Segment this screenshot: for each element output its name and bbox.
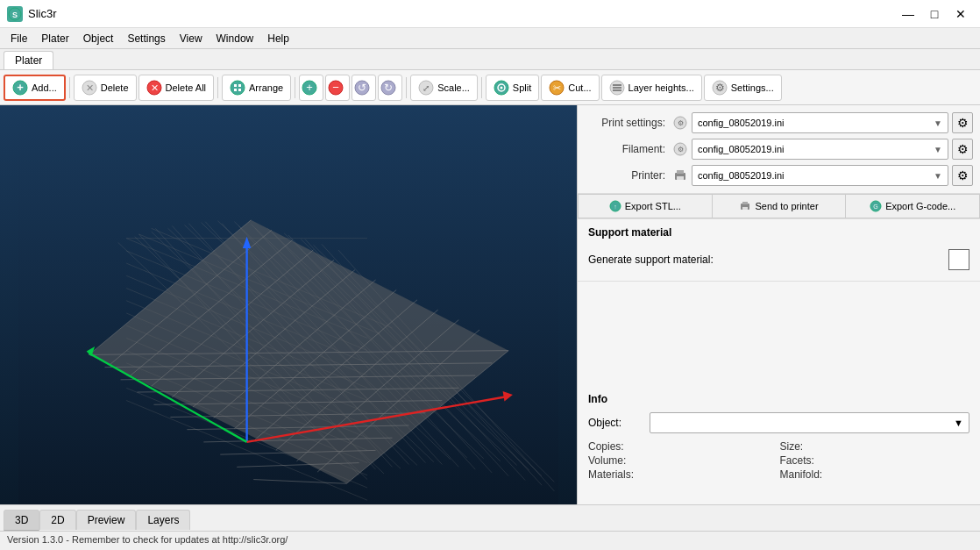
tab-plater[interactable]: Plater bbox=[4, 51, 53, 69]
tab-layers[interactable]: Layers bbox=[136, 510, 190, 530]
cut-button[interactable]: ✂ Cut... bbox=[541, 75, 599, 101]
print-settings-row: Print settings: ⚙ config_08052019.ini ▼ … bbox=[585, 112, 973, 133]
volume-label: Volume: bbox=[588, 454, 626, 467]
export-gcode-button[interactable]: G Export G-code... bbox=[845, 194, 980, 218]
filament-dropdown[interactable]: config_08052019.ini ▼ bbox=[692, 139, 948, 160]
settings-section: Print settings: ⚙ config_08052019.ini ▼ … bbox=[578, 105, 980, 194]
svg-rect-9 bbox=[234, 84, 237, 87]
print-settings-icon: ⚙ bbox=[672, 115, 688, 131]
menu-settings[interactable]: Settings bbox=[120, 31, 172, 46]
print-settings-dropdown[interactable]: config_08052019.ini ▼ bbox=[692, 112, 948, 133]
menu-help[interactable]: Help bbox=[260, 31, 296, 46]
tab-preview[interactable]: Preview bbox=[76, 510, 137, 530]
svg-text:⚙: ⚙ bbox=[714, 82, 724, 94]
menu-view[interactable]: View bbox=[173, 31, 209, 46]
scale-label: Scale... bbox=[437, 82, 470, 93]
printer-combo-area: config_08052019.ini ▼ ⚙ bbox=[672, 165, 973, 186]
send-to-printer-icon bbox=[739, 200, 751, 212]
sep-4 bbox=[406, 77, 407, 98]
scale-icon: ⤢ bbox=[418, 80, 434, 96]
object-row: Object: ▼ bbox=[588, 412, 969, 433]
export-gcode-label: Export G-code... bbox=[885, 201, 955, 211]
close-button[interactable]: ✕ bbox=[948, 4, 973, 24]
info-title: Info bbox=[588, 393, 969, 405]
toolbar: + Add... ✕ Delete ✕ Delete All bbox=[0, 70, 980, 105]
svg-rect-10 bbox=[238, 84, 241, 87]
minimize-button[interactable]: — bbox=[896, 4, 920, 24]
menu-file[interactable]: File bbox=[4, 31, 34, 46]
filament-arrow: ▼ bbox=[934, 145, 942, 154]
delete-icon: ✕ bbox=[82, 80, 97, 96]
export-stl-label: Export STL... bbox=[625, 201, 681, 211]
layer-heights-button[interactable]: Layer heights... bbox=[601, 75, 702, 101]
svg-text:↻: ↻ bbox=[384, 82, 393, 94]
print-settings-value: config_08052019.ini bbox=[698, 118, 784, 128]
delete-all-button[interactable]: ✕ Delete All bbox=[138, 75, 214, 101]
materials-label: Materials: bbox=[588, 468, 634, 481]
viewport-svg bbox=[0, 105, 577, 504]
export-stl-button[interactable]: ↑ Export STL... bbox=[578, 194, 712, 218]
svg-rect-114 bbox=[677, 170, 684, 174]
delete-all-label: Delete All bbox=[166, 82, 206, 93]
settings-label: Settings... bbox=[731, 82, 774, 93]
scale-button[interactable]: ⤢ Scale... bbox=[410, 75, 478, 101]
plus-button[interactable]: + bbox=[299, 75, 323, 101]
settings-button[interactable]: ⚙ Settings... bbox=[704, 75, 782, 101]
export-stl-icon: ↑ bbox=[609, 200, 621, 212]
printer-icon bbox=[672, 168, 688, 183]
split-label: Split bbox=[513, 82, 531, 93]
delete-label: Delete bbox=[101, 82, 129, 93]
svg-text:↑: ↑ bbox=[614, 204, 617, 210]
bottom-area: 3D 2D Preview Layers Version 1.3.0 - Rem… bbox=[0, 504, 980, 550]
object-arrow: ▼ bbox=[954, 418, 963, 428]
generate-support-checkbox[interactable] bbox=[948, 249, 969, 270]
window-controls: — □ ✕ bbox=[896, 4, 973, 24]
svg-point-25 bbox=[500, 86, 502, 89]
arrange-button[interactable]: Arrange bbox=[222, 75, 291, 101]
printer-dropdown[interactable]: config_08052019.ini ▼ bbox=[692, 165, 948, 186]
printer-row: Printer: config_08052019.ini ▼ ⚙ bbox=[585, 165, 973, 186]
print-settings-combo-area: ⚙ config_08052019.ini ▼ ⚙ bbox=[672, 112, 973, 133]
rotate-ccw-button[interactable]: ↺ bbox=[352, 75, 376, 101]
settings-icon: ⚙ bbox=[712, 80, 728, 96]
add-button[interactable]: + Add... bbox=[4, 75, 66, 101]
menu-window[interactable]: Window bbox=[209, 31, 261, 46]
svg-text:−: − bbox=[332, 81, 339, 94]
split-button[interactable]: Split bbox=[486, 75, 539, 101]
sep-1 bbox=[69, 77, 70, 98]
filament-combo-area: ⚙ config_08052019.ini ▼ ⚙ bbox=[672, 139, 973, 160]
rotate-cw-button[interactable]: ↻ bbox=[378, 75, 402, 101]
sep-5 bbox=[481, 77, 482, 98]
filament-gear-button[interactable]: ⚙ bbox=[952, 139, 973, 160]
print-settings-gear-button[interactable]: ⚙ bbox=[952, 112, 973, 133]
tab-3d[interactable]: 3D bbox=[4, 510, 39, 531]
action-buttons-row: ↑ Export STL... Send to printer G Export… bbox=[578, 194, 980, 219]
tab-bar: Plater bbox=[0, 49, 980, 70]
facets-label: Facets: bbox=[780, 454, 814, 467]
filament-value: config_08052019.ini bbox=[698, 144, 784, 154]
svg-text:⚙: ⚙ bbox=[678, 146, 684, 154]
main-area: Print settings: ⚙ config_08052019.ini ▼ … bbox=[0, 105, 980, 504]
support-section: Support material Generate support materi… bbox=[578, 219, 980, 282]
delete-button[interactable]: ✕ Delete bbox=[74, 75, 137, 101]
svg-rect-120 bbox=[742, 207, 748, 210]
facets-field: Facets: bbox=[780, 454, 970, 467]
info-section: Info Object: ▼ Copies: Size: Volume bbox=[578, 386, 980, 504]
send-to-printer-button[interactable]: Send to printer bbox=[712, 194, 846, 218]
printer-gear-button[interactable]: ⚙ bbox=[952, 165, 973, 186]
generate-support-row: Generate support material: bbox=[588, 246, 969, 274]
tab-2d[interactable]: 2D bbox=[39, 510, 75, 530]
minus-button[interactable]: − bbox=[325, 75, 350, 101]
object-dropdown[interactable]: ▼ bbox=[650, 412, 969, 433]
svg-rect-12 bbox=[238, 89, 241, 91]
maximize-button[interactable]: □ bbox=[922, 4, 947, 24]
filament-label: Filament: bbox=[585, 143, 672, 155]
bottom-tabs: 3D 2D Preview Layers bbox=[0, 504, 980, 531]
menu-object[interactable]: Object bbox=[76, 31, 121, 46]
menu-plater[interactable]: Plater bbox=[34, 31, 75, 46]
svg-rect-115 bbox=[677, 176, 684, 180]
add-icon: + bbox=[12, 80, 28, 96]
svg-text:+: + bbox=[306, 81, 313, 94]
arrange-label: Arrange bbox=[249, 82, 283, 93]
viewport-3d[interactable] bbox=[0, 105, 577, 504]
